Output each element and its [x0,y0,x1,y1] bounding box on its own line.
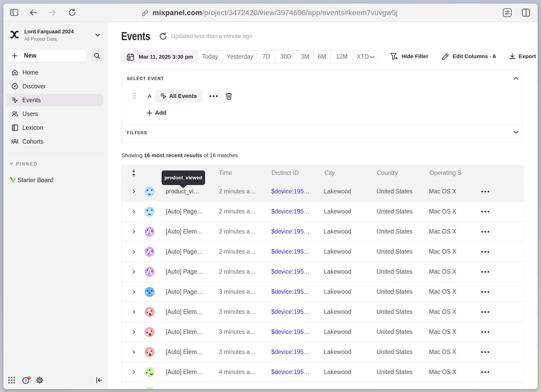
svg-text:?: ? [24,378,27,383]
